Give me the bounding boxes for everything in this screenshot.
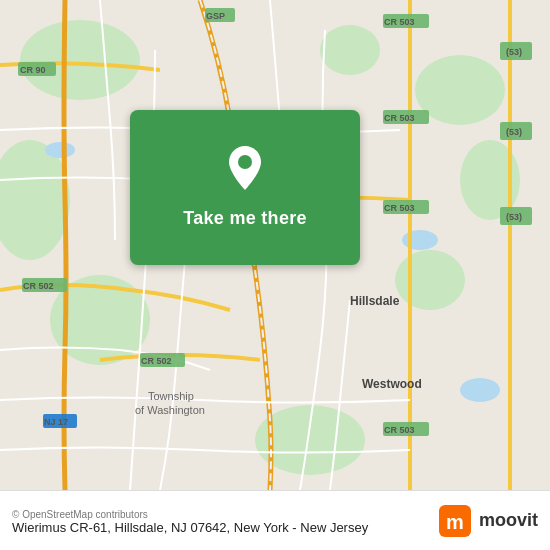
copyright-text: © OpenStreetMap contributors bbox=[12, 509, 437, 520]
location-pin-icon bbox=[223, 146, 267, 200]
svg-text:Westwood: Westwood bbox=[362, 377, 422, 391]
svg-point-41 bbox=[238, 155, 252, 169]
svg-text:Township: Township bbox=[148, 390, 194, 402]
svg-text:Hillsdale: Hillsdale bbox=[350, 294, 400, 308]
svg-text:(53): (53) bbox=[506, 47, 522, 57]
bottom-info: © OpenStreetMap contributors Wierimus CR… bbox=[12, 507, 437, 535]
svg-point-10 bbox=[402, 230, 438, 250]
moovit-icon: m bbox=[437, 503, 473, 539]
svg-text:CR 503: CR 503 bbox=[384, 17, 415, 27]
svg-text:CR 503: CR 503 bbox=[384, 425, 415, 435]
svg-text:CR 502: CR 502 bbox=[141, 356, 172, 366]
take-me-there-label: Take me there bbox=[183, 208, 307, 229]
svg-text:CR 503: CR 503 bbox=[384, 203, 415, 213]
svg-text:of Washington: of Washington bbox=[135, 404, 205, 416]
svg-text:CR 90: CR 90 bbox=[20, 65, 46, 75]
take-me-there-button[interactable]: Take me there bbox=[130, 110, 360, 265]
address-text: Wierimus CR-61, Hillsdale, NJ 07642, New… bbox=[12, 520, 437, 535]
svg-text:NJ 17: NJ 17 bbox=[44, 417, 68, 427]
bottom-bar: © OpenStreetMap contributors Wierimus CR… bbox=[0, 490, 550, 550]
svg-point-11 bbox=[45, 142, 75, 158]
svg-text:m: m bbox=[446, 511, 464, 533]
svg-text:(53): (53) bbox=[506, 212, 522, 222]
svg-point-6 bbox=[395, 250, 465, 310]
svg-point-1 bbox=[20, 20, 140, 100]
svg-point-9 bbox=[320, 25, 380, 75]
svg-text:(53): (53) bbox=[506, 127, 522, 137]
moovit-logo: m moovit bbox=[437, 503, 538, 539]
svg-point-12 bbox=[460, 378, 500, 402]
moovit-text: moovit bbox=[479, 510, 538, 531]
map-container: GSP CR 503 CR 503 CR 503 CR 503 CR 90 CR… bbox=[0, 0, 550, 490]
svg-text:GSP: GSP bbox=[206, 11, 225, 21]
svg-text:CR 503: CR 503 bbox=[384, 113, 415, 123]
svg-text:CR 502: CR 502 bbox=[23, 281, 54, 291]
